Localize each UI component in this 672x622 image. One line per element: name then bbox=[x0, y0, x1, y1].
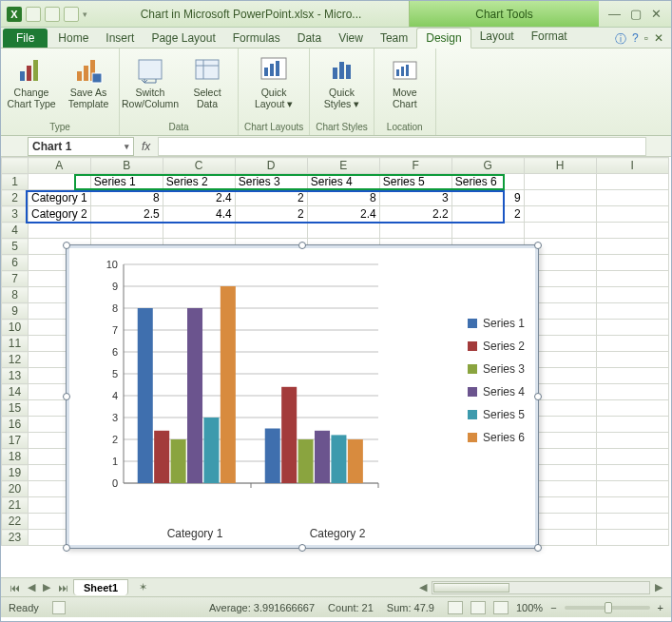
cell[interactable]: 2.5 bbox=[90, 206, 163, 223]
qat-dropdown-icon[interactable]: ▾ bbox=[83, 10, 87, 19]
row-header[interactable]: 15 bbox=[2, 400, 29, 417]
cell[interactable] bbox=[29, 174, 91, 190]
cell[interactable] bbox=[596, 384, 668, 400]
row-header[interactable]: 18 bbox=[2, 449, 29, 465]
cell[interactable]: 2 bbox=[451, 206, 524, 223]
row-header[interactable]: 17 bbox=[2, 433, 29, 449]
row-header[interactable]: 20 bbox=[2, 481, 29, 497]
help-icon[interactable]: ? bbox=[632, 31, 639, 48]
zoom-level[interactable]: 100% bbox=[516, 602, 543, 613]
cell[interactable] bbox=[596, 514, 668, 530]
cell[interactable] bbox=[235, 223, 307, 239]
minimize-icon[interactable]: — bbox=[608, 7, 621, 21]
macro-record-icon[interactable] bbox=[52, 601, 66, 614]
cell[interactable] bbox=[596, 417, 668, 433]
select-data-button[interactable]: Select Data bbox=[182, 52, 232, 109]
cell[interactable]: Series 3 bbox=[235, 174, 307, 190]
col-header[interactable]: E bbox=[307, 158, 379, 174]
tab-design[interactable]: Design bbox=[416, 28, 470, 49]
view-page-layout-icon[interactable] bbox=[470, 601, 486, 614]
col-header[interactable]: C bbox=[163, 158, 235, 174]
formula-input[interactable] bbox=[158, 137, 646, 156]
col-header[interactable]: A bbox=[29, 158, 91, 174]
row-header[interactable]: 19 bbox=[2, 465, 29, 481]
row-header[interactable]: 5 bbox=[2, 239, 29, 255]
cell[interactable] bbox=[163, 223, 235, 239]
name-box-dropdown-icon[interactable]: ▾ bbox=[125, 142, 129, 151]
cell[interactable]: 2 bbox=[235, 190, 307, 206]
view-page-break-icon[interactable] bbox=[493, 601, 509, 614]
row-header[interactable]: 7 bbox=[2, 271, 29, 287]
view-normal-icon[interactable] bbox=[448, 601, 463, 614]
maximize-icon[interactable]: ▢ bbox=[630, 7, 642, 21]
cell[interactable] bbox=[307, 223, 379, 239]
resize-handle[interactable] bbox=[63, 544, 70, 552]
cell[interactable] bbox=[596, 206, 668, 223]
tab-data[interactable]: Data bbox=[289, 29, 330, 48]
cell[interactable] bbox=[451, 223, 524, 239]
name-box[interactable]: Chart 1 ▾ bbox=[28, 137, 134, 156]
cell[interactable] bbox=[524, 190, 596, 206]
cell[interactable] bbox=[596, 271, 668, 287]
scrollbar-thumb[interactable] bbox=[433, 583, 509, 593]
cell[interactable] bbox=[596, 239, 668, 255]
cell[interactable] bbox=[596, 465, 668, 481]
qat-redo-icon[interactable] bbox=[64, 7, 79, 22]
tab-team[interactable]: Team bbox=[372, 29, 416, 48]
tab-view[interactable]: View bbox=[330, 29, 372, 48]
cell[interactable]: 8 bbox=[307, 190, 379, 206]
col-header[interactable]: H bbox=[524, 158, 596, 174]
cell[interactable] bbox=[596, 497, 668, 514]
cell[interactable] bbox=[596, 449, 668, 465]
cell[interactable] bbox=[596, 336, 668, 352]
row-header[interactable]: 23 bbox=[2, 530, 29, 546]
minimize-ribbon-icon[interactable]: ⓘ bbox=[615, 31, 626, 48]
cell[interactable]: Series 6 bbox=[451, 174, 524, 190]
cell[interactable] bbox=[524, 223, 596, 239]
col-header[interactable]: D bbox=[235, 158, 307, 174]
cell[interactable]: Series 5 bbox=[379, 174, 451, 190]
row-header[interactable]: 13 bbox=[2, 368, 29, 384]
resize-handle[interactable] bbox=[534, 544, 542, 552]
row-header[interactable]: 12 bbox=[2, 352, 29, 368]
row-header[interactable]: 22 bbox=[2, 514, 29, 530]
sheet-nav-first-icon[interactable]: ⏮ bbox=[7, 582, 23, 593]
worksheet-grid[interactable]: ABCDEFGHI1Series 1Series 2Series 3Series… bbox=[1, 157, 671, 577]
resize-handle[interactable] bbox=[63, 242, 70, 249]
zoom-out-icon[interactable]: − bbox=[550, 602, 556, 613]
resize-handle[interactable] bbox=[534, 393, 542, 400]
change-chart-type-button[interactable]: Change Chart Type bbox=[7, 52, 56, 109]
quick-styles-button[interactable]: Quick Styles ▾ bbox=[317, 52, 367, 109]
tab-home[interactable]: Home bbox=[49, 29, 97, 48]
tab-format[interactable]: Format bbox=[523, 27, 576, 48]
cell[interactable] bbox=[596, 530, 668, 546]
quick-layout-button[interactable]: Quick Layout ▾ bbox=[249, 52, 298, 109]
close-icon[interactable]: ✕ bbox=[651, 7, 662, 21]
row-header[interactable]: 11 bbox=[2, 336, 29, 352]
hscroll-right-icon[interactable]: ▶ bbox=[652, 581, 665, 593]
cell[interactable]: Category 1 bbox=[29, 190, 91, 206]
tab-file[interactable]: File bbox=[3, 29, 48, 48]
embedded-chart[interactable]: 012345678910 Series 1Series 2Series 3Ser… bbox=[66, 244, 539, 549]
qat-undo-icon[interactable] bbox=[45, 7, 60, 22]
col-header[interactable]: B bbox=[90, 158, 163, 174]
tab-page-layout[interactable]: Page Layout bbox=[143, 29, 223, 48]
cell[interactable] bbox=[596, 303, 668, 320]
cell[interactable]: 2.4 bbox=[307, 206, 379, 223]
cell[interactable] bbox=[596, 287, 668, 303]
col-header[interactable]: I bbox=[596, 158, 668, 174]
horizontal-scrollbar[interactable] bbox=[432, 581, 650, 594]
cell[interactable] bbox=[596, 223, 668, 239]
resize-handle[interactable] bbox=[534, 242, 542, 249]
sheet-tab[interactable]: Sheet1 bbox=[73, 579, 128, 595]
cell[interactable]: Series 1 bbox=[90, 174, 163, 190]
qat-save-icon[interactable] bbox=[26, 7, 41, 22]
row-header[interactable]: 3 bbox=[2, 206, 29, 223]
row-header[interactable]: 4 bbox=[2, 223, 29, 239]
cell[interactable] bbox=[596, 433, 668, 449]
row-header[interactable]: 14 bbox=[2, 384, 29, 400]
row-header[interactable]: 6 bbox=[2, 255, 29, 271]
move-chart-button[interactable]: Move Chart bbox=[380, 52, 430, 109]
cell[interactable] bbox=[596, 174, 668, 190]
cell[interactable]: 9 bbox=[451, 190, 524, 206]
